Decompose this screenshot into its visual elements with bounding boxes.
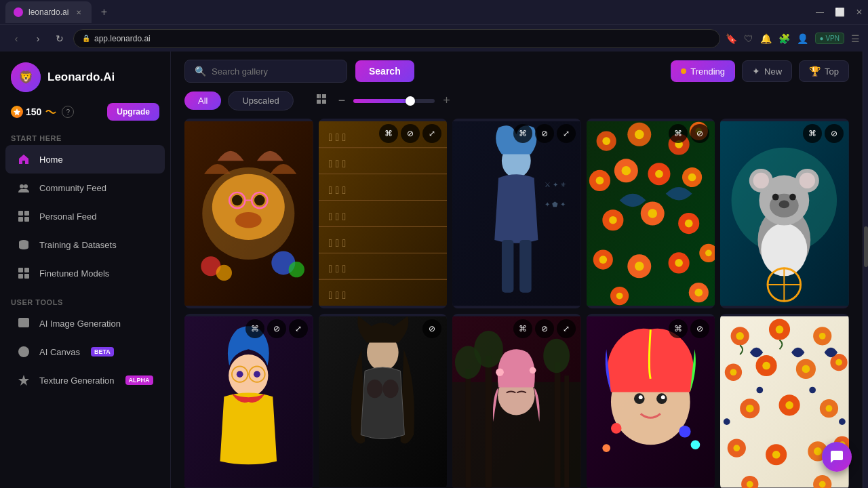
svg-rect-18 <box>322 94 326 98</box>
new-tab-btn[interactable]: + <box>94 3 113 22</box>
svg-rect-10 <box>18 268 23 272</box>
edit-btn-colorful[interactable]: ⊘ <box>690 319 709 338</box>
grid-view-btn[interactable] <box>314 92 330 110</box>
back-btn[interactable]: ‹ <box>8 33 24 44</box>
refresh-btn[interactable]: ↻ <box>52 33 68 44</box>
right-scrollbar[interactable] <box>863 52 868 488</box>
top-label: Top <box>825 66 839 77</box>
sidebar-item-home[interactable]: Home <box>5 145 165 174</box>
menu-icon[interactable]: ☰ <box>851 33 860 44</box>
tab-close-btn[interactable]: ✕ <box>74 7 83 17</box>
minimize-btn[interactable]: — <box>816 7 824 17</box>
home-icon <box>16 152 31 167</box>
sidebar-item-finetuned-label: Finetuned Models <box>39 268 109 279</box>
upgrade-button[interactable]: Upgrade <box>107 103 159 121</box>
svg-text:🦁: 🦁 <box>18 70 34 85</box>
zoom-slider[interactable] <box>353 99 435 103</box>
active-tab[interactable]: leonardo.ai ✕ <box>5 1 92 23</box>
svg-rect-11 <box>24 268 29 272</box>
edit-btn-hieroglyph[interactable]: ⊘ <box>401 124 420 143</box>
image-card-koala[interactable]: ⌘ ⊘ <box>720 119 849 308</box>
url-text: app.leonardo.ai <box>94 34 151 43</box>
new-filter-btn[interactable]: ✦ New <box>742 60 792 82</box>
edit-btn-warrior[interactable]: ⊘ <box>535 124 554 143</box>
card-actions-flowers: ⌘ ⊘ <box>669 124 709 143</box>
svg-point-3 <box>20 184 24 188</box>
edit-btn-koala[interactable]: ⊘ <box>825 124 844 143</box>
zoom-in-btn[interactable]: + <box>440 91 453 110</box>
search-input[interactable] <box>212 66 307 77</box>
zoom-out-btn[interactable]: − <box>336 91 349 110</box>
shield-icon[interactable]: 🛡 <box>744 33 753 44</box>
image-card-flowers[interactable]: ⌘ ⊘ <box>587 119 715 308</box>
user-tools-label: User Tools <box>0 293 170 309</box>
app-layout: 🦁 Leonardo.Ai 150 ? Upgrade St <box>0 52 868 488</box>
image-card-colorful-girl[interactable]: ⌘ ⊘ <box>587 314 715 488</box>
logo-section: 🦁 Leonardo.Ai <box>0 52 170 98</box>
browser-chrome: leonardo.ai ✕ + — ⬜ ✕ ‹ › ↻ 🔒 app.leonar… <box>0 0 868 52</box>
token-number: 150 <box>26 106 41 117</box>
edit-btn-flowers[interactable]: ⊘ <box>690 124 709 143</box>
tab-bar: leonardo.ai ✕ + — ⬜ ✕ <box>0 0 868 24</box>
alert-icon[interactable]: 🔔 <box>760 33 772 44</box>
token-icon <box>11 106 23 118</box>
sidebar-item-training[interactable]: Training & Datasets <box>5 230 165 259</box>
remix-btn-koala[interactable]: ⌘ <box>803 124 822 143</box>
sidebar-item-texture[interactable]: Texture Generation ALPHA <box>5 366 165 394</box>
new-label: New <box>764 66 782 77</box>
bookmark-icon[interactable]: 🔖 <box>726 33 737 44</box>
image-card-dark-warrior[interactable]: ⊘ <box>319 314 448 488</box>
image-card-warrior[interactable]: ⚔ ✦ ⚜ ✦ ⬟ ✦ ⌘ ⊘ ⤢ <box>452 119 581 308</box>
image-card-pink-girl[interactable]: ⌘ ⊘ ⤢ <box>452 314 581 488</box>
url-bar[interactable]: 🔒 app.leonardo.ai <box>73 29 720 48</box>
ai-image-icon <box>16 316 31 331</box>
top-bar: 🔍 Search Trending ✦ New 🏆 Top <box>171 52 863 91</box>
upscaled-tab[interactable]: Upscaled <box>228 91 293 110</box>
profile-icon[interactable]: 👤 <box>797 33 808 44</box>
sidebar-item-community-feed[interactable]: Community Feed <box>5 174 165 202</box>
remix-btn-warrior[interactable]: ⌘ <box>513 124 532 143</box>
search-box[interactable]: 🔍 <box>184 60 347 83</box>
trending-filter-btn[interactable]: Trending <box>671 60 735 82</box>
remix-btn-pink-girl[interactable]: ⌘ <box>513 319 532 338</box>
sidebar-item-ai-canvas[interactable]: AI Canvas BETA <box>5 338 165 366</box>
image-card-anime-girl[interactable]: ⌘ ⊘ ⤢ <box>184 314 313 488</box>
image-card-lion[interactable] <box>184 119 313 308</box>
remix-btn-hieroglyph[interactable]: ⌘ <box>379 124 398 143</box>
remix-btn-flowers[interactable]: ⌘ <box>669 124 688 143</box>
expand-btn-pink-girl[interactable]: ⤢ <box>557 319 576 338</box>
remix-btn-colorful[interactable]: ⌘ <box>669 319 688 338</box>
all-tab[interactable]: All <box>184 92 221 110</box>
expand-btn-anime[interactable]: ⤢ <box>289 319 308 338</box>
edit-btn-anime[interactable]: ⊘ <box>267 319 286 338</box>
svg-rect-19 <box>317 100 321 104</box>
edit-btn-pink-girl[interactable]: ⊘ <box>535 319 554 338</box>
sidebar-item-ai-image[interactable]: AI Image Generation <box>5 309 165 338</box>
sidebar-item-personal-feed[interactable]: Personal Feed <box>5 202 165 230</box>
expand-btn-warrior[interactable]: ⤢ <box>557 124 576 143</box>
image-grid-container: 𓀀 𓁐 𓂀 𓃀 𓄿 𓅓 𓆣 𓇋 𓈖 𓉐 𓊃 𓋴 𓌀 𓍃 𓎸 𓏏 𓐍 𓑀 𓒀 𓓐 … <box>171 119 863 488</box>
top-filter-btn[interactable]: 🏆 Top <box>799 60 849 82</box>
finetuned-icon <box>16 266 31 281</box>
search-button[interactable]: Search <box>355 60 414 82</box>
sidebar: 🦁 Leonardo.Ai 150 ? Upgrade St <box>0 52 171 488</box>
chat-bubble-btn[interactable] <box>822 442 852 472</box>
svg-rect-13 <box>24 274 29 279</box>
edit-btn-dark-warrior[interactable]: ⊘ <box>422 319 441 338</box>
maximize-btn[interactable]: ⬜ <box>835 7 845 17</box>
community-feed-icon <box>16 180 31 195</box>
search-icon: 🔍 <box>195 66 206 77</box>
token-info-btn[interactable]: ? <box>62 106 74 118</box>
svg-rect-21 <box>319 94 320 98</box>
scrollbar-thumb[interactable] <box>864 226 868 267</box>
sidebar-item-finetuned[interactable]: Finetuned Models <box>5 259 165 287</box>
remix-btn-anime[interactable]: ⌘ <box>245 319 264 338</box>
image-card-hieroglyph[interactable]: 𓀀 𓁐 𓂀 𓃀 𓄿 𓅓 𓆣 𓇋 𓈖 𓉐 𓊃 𓋴 𓌀 𓍃 𓎸 𓏏 𓐍 𓑀 𓒀 𓓐 … <box>319 119 448 308</box>
expand-btn-hieroglyph[interactable]: ⤢ <box>422 124 441 143</box>
sidebar-item-training-label: Training & Datasets <box>39 240 117 250</box>
sidebar-item-texture-label: Texture Generation <box>39 375 115 386</box>
card-actions-warrior: ⌘ ⊘ ⤢ <box>513 124 576 143</box>
forward-btn[interactable]: › <box>30 33 46 44</box>
close-window-btn[interactable]: ✕ <box>856 7 863 17</box>
extensions-icon[interactable]: 🧩 <box>778 33 790 44</box>
